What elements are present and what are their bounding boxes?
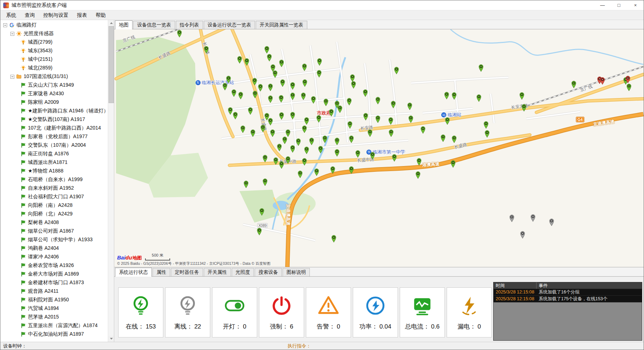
map-marker-pin-icon[interactable] [290,82,295,90]
map-marker-pin-icon[interactable] [278,94,284,103]
map-marker-pin-icon[interactable] [273,157,279,165]
map-marker-pin-icon[interactable] [334,137,340,145]
tree-scrollbar[interactable] [108,20,114,342]
map-marker-pin-icon[interactable] [521,103,527,112]
map-marker-pin-icon[interactable] [328,108,334,117]
tree-item-sensor-0[interactable]: 城西(2799) [0,38,108,47]
map-marker-pin-icon[interactable] [509,214,515,222]
tree-item-device-17[interactable]: 烟草公司对面 A1867 [0,227,108,235]
map-marker-pin-icon[interactable] [232,111,238,120]
close-button[interactable]: × [627,0,644,10]
map-marker-pin-icon[interactable] [390,100,396,108]
bottom-tab-1[interactable]: 属性 [153,268,170,276]
map-marker-pin-icon[interactable] [347,121,353,129]
map-marker-pin-icon[interactable] [304,146,309,154]
map-marker-pin-icon[interactable] [279,59,284,67]
map-marker-pin-icon[interactable] [258,83,263,92]
tree-item-device-8[interactable]: 南正街转盘 A1876 [0,150,108,158]
tree-item-device-20[interactable]: 谭家冲 A2406 [0,253,108,261]
map-marker-pin-icon[interactable] [316,115,322,123]
map-marker-pin-icon[interactable] [302,157,307,166]
map-marker-pin-icon[interactable] [252,77,258,86]
map-marker-pin-icon[interactable] [227,107,233,115]
map-marker-pin-icon[interactable] [571,80,577,88]
map-marker-pin-icon[interactable] [484,130,490,138]
map-marker-pin-icon[interactable] [277,143,282,151]
map-marker-pin-icon[interactable] [362,89,368,97]
tree-item-device-18[interactable]: 烟草公司（求知中学）A1933 [0,235,108,244]
map-marker-pin-icon[interactable] [237,55,242,64]
tree-item-sensor-group[interactable]: 光照度传感器 [0,29,108,38]
scrollbar-thumb[interactable] [109,26,114,103]
tree-item-device-29[interactable]: 中石化加油站对面 A1897 [0,330,108,339]
map-canvas[interactable]: 京广线长盛路长白路车临湘长运汽车站市政府站临湘站长安路长安东路京广线学临湘市第一… [114,29,644,267]
map-marker-pin-icon[interactable] [600,77,605,85]
map-marker-pin-icon[interactable] [264,45,270,54]
tree-item-sensor-1[interactable]: 城东(3543) [0,47,108,55]
tree-item-device-1[interactable]: 王家珑巷 A2430 [0,89,108,98]
map-marker-pin-icon[interactable] [268,117,273,126]
map-marker-pin-icon[interactable] [250,129,256,137]
tree-item-device-6[interactable]: 彭家巷（党校后面）A1977 [0,132,108,141]
menu-item-3[interactable]: 报表 [73,10,91,20]
scroll-up-arrow-icon[interactable] [108,20,114,26]
menu-item-4[interactable]: 帮助 [91,10,110,20]
tree-item-device-4[interactable]: ★交警队西(107南) A1917 [0,115,108,124]
map-marker-pin-icon[interactable] [416,157,422,166]
map-marker-pin-icon[interactable] [279,112,284,120]
map-marker-pin-icon[interactable] [549,218,554,226]
map-marker-pin-icon[interactable] [337,105,343,113]
tree-item-device-12[interactable]: 自来水斜对面 A1952 [0,184,108,193]
map-marker-pin-icon[interactable] [626,83,632,91]
map-marker-pin-icon[interactable] [302,63,307,71]
tree-item-device-19[interactable]: 鸿鹳巷 A2404 [0,244,108,253]
map-tab-2[interactable]: 指令列表 [176,21,203,29]
map-marker-pin-icon[interactable] [370,151,375,160]
map-marker-pin-icon[interactable] [451,92,457,100]
map-marker-pin-icon[interactable] [314,168,319,176]
event-log-row[interactable]: 2025/3/28 12:15:08系统加载了175个设备，在线153个 [494,296,642,302]
maximize-button[interactable]: □ [611,0,627,10]
map-tab-1[interactable]: 设备信息一览表 [133,21,175,29]
map-marker-pin-icon[interactable] [260,124,266,132]
map-marker-pin-icon[interactable] [330,166,336,174]
tree-item-root[interactable]: 临湘路灯 [0,21,108,29]
map-marker-pin-icon[interactable] [243,180,249,188]
map-marker-pin-icon[interactable] [367,129,373,137]
menu-item-2[interactable]: 控制与设置 [39,10,73,20]
map-tab-3[interactable]: 设备运行状态一览表 [204,21,255,29]
map-marker-pin-icon[interactable] [355,150,361,158]
map-marker-pin-icon[interactable] [262,154,268,162]
map-marker-pin-icon[interactable] [351,81,356,89]
map-marker-pin-icon[interactable] [282,136,288,144]
bottom-tab-6[interactable]: 图标说明 [283,268,310,276]
map-marker-pin-icon[interactable] [268,83,273,91]
tree-item-device-5[interactable]: 107北（建新中路路口西）A2014 [0,124,108,132]
map-marker-pin-icon[interactable] [302,79,308,87]
tree-item-device-22[interactable]: 金桥大市场对面 A1869 [0,270,108,278]
map-marker-pin-icon[interactable] [415,171,421,179]
event-log-row[interactable]: 2025/3/28 12:15:08系统加载了16个分组 [494,289,642,296]
map-marker-pin-icon[interactable] [266,53,272,62]
tree-item-sensor-2[interactable]: 城中(2151) [0,55,108,64]
tree-expander-icon[interactable] [10,32,14,36]
tree-item-device-9[interactable]: 城西派出所A1871 [0,158,108,167]
map-marker-pin-icon[interactable] [388,117,394,125]
menu-item-1[interactable]: 查询 [20,10,39,20]
map-marker-pin-icon[interactable] [478,64,484,72]
map-marker-pin-icon[interactable] [408,115,414,123]
map-marker-pin-icon[interactable] [302,125,307,133]
map-marker-pin-icon[interactable] [394,66,399,74]
tree-item-device-23[interactable]: 金桥建材市场门口 A1873 [0,278,108,287]
tree-item-device-3[interactable]: ★建新中路路口东 A1946（辅道灯） [0,107,108,115]
map-marker-pin-icon[interactable] [290,92,295,100]
map-marker-pin-icon[interactable] [231,89,237,97]
map-marker-pin-icon[interactable] [279,161,284,169]
tree-item-device-10[interactable]: ★博物馆 A1888 [0,167,108,175]
map-marker-pin-icon[interactable] [301,92,306,100]
tree-item-device-11[interactable]: 石咀桥（自来水）A1999 [0,175,108,184]
map-marker-pin-icon[interactable] [318,145,323,154]
map-marker-pin-icon[interactable] [440,134,446,142]
map-marker-pin-icon[interactable] [450,160,456,168]
map-marker-pin-icon[interactable] [375,115,381,123]
